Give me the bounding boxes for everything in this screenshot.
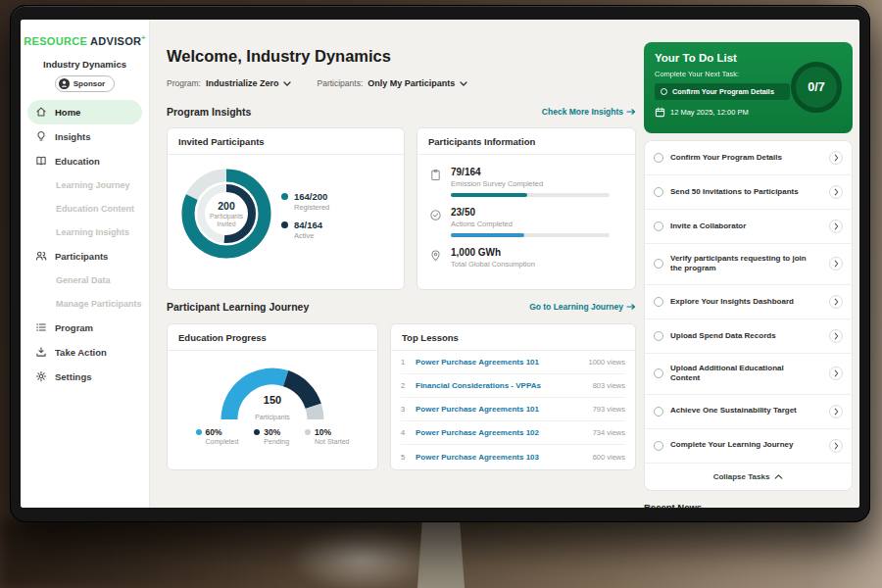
- lesson-title-link[interactable]: Power Purchase Agreements 101: [416, 405, 539, 414]
- chevron-right-icon[interactable]: [829, 295, 843, 309]
- sidebar-item-learning-insights[interactable]: Learning Insights: [21, 220, 149, 244]
- invited-participants-card: Invited Participants 200 Participants In…: [167, 127, 405, 290]
- collapse-tasks-button[interactable]: Collapse Tasks: [645, 464, 852, 490]
- task-checkbox[interactable]: [654, 153, 663, 163]
- go-to-learning-journey-link[interactable]: Go to Learning Journey: [529, 302, 636, 312]
- sidebar-item-learning-journey[interactable]: Learning Journey: [21, 173, 149, 197]
- task-checkbox[interactable]: [654, 221, 663, 231]
- sidebar: RESOURCE ADVISOR+ Industry Dynamics Spon…: [21, 20, 150, 508]
- todo-task-item[interactable]: Achieve One Sustainability Target: [645, 395, 852, 429]
- todo-task-item[interactable]: Verify participants requesting to join t…: [645, 244, 852, 285]
- chevron-right-icon[interactable]: [829, 367, 843, 380]
- todo-task-item[interactable]: Explore Your Insights Dashboard: [645, 285, 852, 319]
- sidebar-item-program[interactable]: Program: [21, 316, 149, 340]
- task-label: Complete Your Learning Journey: [670, 440, 794, 450]
- program-filter-value: Industrialize Zero: [206, 78, 279, 88]
- todo-task-item[interactable]: Send 50 Invitations to Participants: [645, 175, 852, 210]
- desk-shadow: [0, 519, 294, 588]
- sidebar-item-take-action[interactable]: Take Action: [21, 340, 149, 365]
- legend-label: Pending: [254, 438, 289, 445]
- todo-task-item[interactable]: Upload Additional Educational Content: [645, 354, 852, 395]
- chevron-right-icon[interactable]: [829, 405, 843, 418]
- top-lessons-card: Top Lessons 1 Power Purchase Agreements …: [390, 323, 636, 470]
- donut-center-label: Participants Invited: [202, 213, 251, 228]
- chevron-right-icon[interactable]: [829, 151, 843, 165]
- task-checkbox[interactable]: [654, 441, 663, 451]
- recent-news-title: Recent News: [644, 502, 853, 508]
- task-label: Upload Spend Data Records: [670, 331, 776, 341]
- lesson-title-link[interactable]: Power Purchase Agreements 101: [416, 358, 539, 367]
- sidebar-item-insights[interactable]: Insights: [21, 124, 149, 149]
- sidebar-item-settings[interactable]: Settings: [21, 365, 149, 389]
- chevron-right-icon[interactable]: [829, 185, 843, 199]
- calendar-icon: [655, 107, 665, 118]
- settings-icon: [35, 370, 47, 382]
- chevron-right-icon[interactable]: [829, 329, 843, 343]
- task-checkbox[interactable]: [654, 259, 663, 269]
- participants-icon: [35, 250, 47, 262]
- section-title: Participant Learning Journey: [167, 301, 309, 313]
- lesson-title-link[interactable]: Power Purchase Agreements 103: [416, 453, 539, 462]
- recent-news-section: Recent News: [644, 502, 853, 508]
- stat-label: Emission Survey Completed: [451, 179, 610, 188]
- chevron-up-icon: [774, 474, 783, 479]
- sidebar-item-label: Take Action: [55, 347, 107, 358]
- check-more-insights-link[interactable]: Check More Insights: [542, 107, 636, 117]
- legend-label: Completed: [196, 438, 239, 445]
- chevron-right-icon[interactable]: [829, 257, 843, 270]
- card-title: Participants Information: [417, 128, 635, 155]
- legend-item: 10% Not Started: [305, 427, 349, 445]
- task-label: Explore Your Insights Dashboard: [670, 297, 794, 307]
- todo-task-item[interactable]: Complete Your Learning Journey: [645, 429, 852, 464]
- todo-task-list: Confirm Your Program Details Send 50 Inv…: [644, 140, 853, 491]
- lesson-rank: 2: [401, 381, 408, 390]
- todo-task-item[interactable]: Confirm Your Program Details: [645, 141, 852, 175]
- chevron-right-icon[interactable]: [829, 439, 843, 453]
- sidebar-item-participants[interactable]: Participants: [21, 244, 149, 269]
- todo-task-item[interactable]: Invite a Collaborator: [645, 210, 852, 244]
- lesson-row: 5 Power Purchase Agreements 103 600 view…: [401, 445, 625, 468]
- chevron-down-icon: [460, 81, 467, 86]
- lesson-row: 1 Power Purchase Agreements 101 1000 vie…: [401, 351, 625, 374]
- task-bullet-icon: [661, 88, 667, 95]
- task-checkbox[interactable]: [654, 331, 663, 341]
- legend-label: Not Started: [305, 438, 349, 445]
- card-title: Invited Participants: [168, 128, 404, 155]
- sidebar-item-education[interactable]: Education: [21, 149, 149, 173]
- sidebar-item-home[interactable]: Home: [27, 100, 142, 124]
- logo-plus: +: [141, 34, 145, 41]
- sidebar-item-label: Home: [55, 107, 80, 118]
- legend-label: Registered: [294, 203, 329, 212]
- legend-item: 84/164 Active: [281, 220, 329, 240]
- program-filter[interactable]: Program: Industrialize Zero: [167, 78, 291, 88]
- due-date-label: 12 May 2025, 12:00 PM: [670, 108, 749, 117]
- filter-bar: Program: Industrialize Zero Participants…: [167, 78, 467, 88]
- legend-dot-active: [281, 221, 288, 228]
- participants-filter-value: Only My Participants: [368, 78, 455, 88]
- next-task-row[interactable]: Confirm Your Program Details: [655, 83, 790, 100]
- sidebar-item-manage-participants[interactable]: Manage Participants: [21, 292, 149, 316]
- legend-dot-registered: [281, 193, 288, 200]
- task-checkbox[interactable]: [654, 407, 663, 416]
- task-label: Achieve One Sustainability Target: [670, 406, 797, 416]
- task-label: Verify participants requesting to join t…: [670, 254, 809, 274]
- sponsor-badge[interactable]: Sponsor: [55, 75, 115, 92]
- task-checkbox[interactable]: [654, 297, 663, 307]
- lesson-title-link[interactable]: Financial Considerations - VPPAs: [416, 381, 541, 390]
- sidebar-item-education-content[interactable]: Education Content: [21, 197, 149, 220]
- section-title: Program Insights: [167, 106, 251, 118]
- sidebar-item-general-data[interactable]: General Data: [21, 269, 149, 292]
- task-checkbox[interactable]: [654, 368, 663, 378]
- sidebar-nav: Home Insights Education Learning Journey…: [21, 100, 149, 389]
- donut-center-value: 200: [218, 200, 235, 212]
- app-screen: RESOURCE ADVISOR+ Industry Dynamics Spon…: [21, 20, 859, 508]
- todo-summary-card: Your To Do List Complete Your Next Task:…: [644, 42, 853, 133]
- todo-task-item[interactable]: Upload Spend Data Records: [645, 319, 852, 354]
- lesson-title-link[interactable]: Power Purchase Agreements 102: [416, 428, 539, 437]
- take-action-icon: [35, 346, 47, 358]
- sponsor-badge-label: Sponsor: [74, 79, 105, 88]
- chevron-right-icon[interactable]: [829, 220, 843, 233]
- task-checkbox[interactable]: [654, 187, 663, 197]
- participants-filter[interactable]: Participants: Only My Participants: [317, 78, 467, 88]
- chevron-down-icon: [283, 81, 291, 86]
